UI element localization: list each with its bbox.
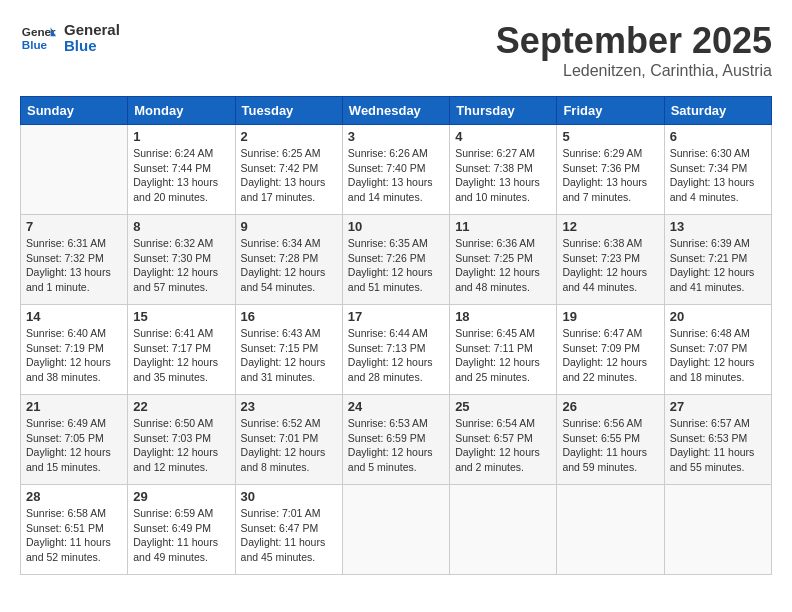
day-cell-7: 7Sunrise: 6:31 AM Sunset: 7:32 PM Daylig… — [21, 215, 128, 305]
day-number: 14 — [26, 309, 122, 324]
day-cell-10: 10Sunrise: 6:35 AM Sunset: 7:26 PM Dayli… — [342, 215, 449, 305]
day-number: 10 — [348, 219, 444, 234]
day-header-saturday: Saturday — [664, 97, 771, 125]
day-number: 19 — [562, 309, 658, 324]
day-info: Sunrise: 6:40 AM Sunset: 7:19 PM Dayligh… — [26, 326, 122, 385]
day-number: 3 — [348, 129, 444, 144]
day-info: Sunrise: 6:27 AM Sunset: 7:38 PM Dayligh… — [455, 146, 551, 205]
day-number: 9 — [241, 219, 337, 234]
logo-general: General — [64, 22, 120, 39]
day-info: Sunrise: 6:25 AM Sunset: 7:42 PM Dayligh… — [241, 146, 337, 205]
day-info: Sunrise: 6:35 AM Sunset: 7:26 PM Dayligh… — [348, 236, 444, 295]
day-cell-3: 3Sunrise: 6:26 AM Sunset: 7:40 PM Daylig… — [342, 125, 449, 215]
day-number: 21 — [26, 399, 122, 414]
header: General Blue General Blue September 2025… — [20, 20, 772, 80]
day-number: 26 — [562, 399, 658, 414]
day-cell-27: 27Sunrise: 6:57 AM Sunset: 6:53 PM Dayli… — [664, 395, 771, 485]
day-info: Sunrise: 6:41 AM Sunset: 7:17 PM Dayligh… — [133, 326, 229, 385]
day-cell-5: 5Sunrise: 6:29 AM Sunset: 7:36 PM Daylig… — [557, 125, 664, 215]
day-number: 28 — [26, 489, 122, 504]
day-info: Sunrise: 6:36 AM Sunset: 7:25 PM Dayligh… — [455, 236, 551, 295]
day-number: 23 — [241, 399, 337, 414]
day-number: 8 — [133, 219, 229, 234]
day-info: Sunrise: 6:34 AM Sunset: 7:28 PM Dayligh… — [241, 236, 337, 295]
day-info: Sunrise: 6:56 AM Sunset: 6:55 PM Dayligh… — [562, 416, 658, 475]
logo-icon: General Blue — [20, 20, 56, 56]
day-header-tuesday: Tuesday — [235, 97, 342, 125]
day-info: Sunrise: 6:24 AM Sunset: 7:44 PM Dayligh… — [133, 146, 229, 205]
day-header-friday: Friday — [557, 97, 664, 125]
day-info: Sunrise: 6:48 AM Sunset: 7:07 PM Dayligh… — [670, 326, 766, 385]
calendar-table: SundayMondayTuesdayWednesdayThursdayFrid… — [20, 96, 772, 575]
day-cell-4: 4Sunrise: 6:27 AM Sunset: 7:38 PM Daylig… — [450, 125, 557, 215]
day-cell-6: 6Sunrise: 6:30 AM Sunset: 7:34 PM Daylig… — [664, 125, 771, 215]
day-info: Sunrise: 6:29 AM Sunset: 7:36 PM Dayligh… — [562, 146, 658, 205]
day-info: Sunrise: 6:44 AM Sunset: 7:13 PM Dayligh… — [348, 326, 444, 385]
day-info: Sunrise: 6:38 AM Sunset: 7:23 PM Dayligh… — [562, 236, 658, 295]
day-cell-28: 28Sunrise: 6:58 AM Sunset: 6:51 PM Dayli… — [21, 485, 128, 575]
day-number: 7 — [26, 219, 122, 234]
week-row-3: 14Sunrise: 6:40 AM Sunset: 7:19 PM Dayli… — [21, 305, 772, 395]
day-cell-19: 19Sunrise: 6:47 AM Sunset: 7:09 PM Dayli… — [557, 305, 664, 395]
day-cell-23: 23Sunrise: 6:52 AM Sunset: 7:01 PM Dayli… — [235, 395, 342, 485]
day-info: Sunrise: 6:31 AM Sunset: 7:32 PM Dayligh… — [26, 236, 122, 295]
month-title: September 2025 — [496, 20, 772, 62]
day-number: 27 — [670, 399, 766, 414]
day-info: Sunrise: 6:47 AM Sunset: 7:09 PM Dayligh… — [562, 326, 658, 385]
day-cell-20: 20Sunrise: 6:48 AM Sunset: 7:07 PM Dayli… — [664, 305, 771, 395]
title-area: September 2025 Ledenitzen, Carinthia, Au… — [496, 20, 772, 80]
day-number: 13 — [670, 219, 766, 234]
day-info: Sunrise: 6:57 AM Sunset: 6:53 PM Dayligh… — [670, 416, 766, 475]
day-number: 11 — [455, 219, 551, 234]
day-cell-25: 25Sunrise: 6:54 AM Sunset: 6:57 PM Dayli… — [450, 395, 557, 485]
day-info: Sunrise: 6:52 AM Sunset: 7:01 PM Dayligh… — [241, 416, 337, 475]
day-number: 15 — [133, 309, 229, 324]
day-cell-14: 14Sunrise: 6:40 AM Sunset: 7:19 PM Dayli… — [21, 305, 128, 395]
day-cell-8: 8Sunrise: 6:32 AM Sunset: 7:30 PM Daylig… — [128, 215, 235, 305]
day-cell-17: 17Sunrise: 6:44 AM Sunset: 7:13 PM Dayli… — [342, 305, 449, 395]
day-info: Sunrise: 6:58 AM Sunset: 6:51 PM Dayligh… — [26, 506, 122, 565]
day-number: 24 — [348, 399, 444, 414]
day-number: 2 — [241, 129, 337, 144]
days-header-row: SundayMondayTuesdayWednesdayThursdayFrid… — [21, 97, 772, 125]
day-cell-12: 12Sunrise: 6:38 AM Sunset: 7:23 PM Dayli… — [557, 215, 664, 305]
day-cell-21: 21Sunrise: 6:49 AM Sunset: 7:05 PM Dayli… — [21, 395, 128, 485]
week-row-4: 21Sunrise: 6:49 AM Sunset: 7:05 PM Dayli… — [21, 395, 772, 485]
empty-cell — [664, 485, 771, 575]
day-cell-18: 18Sunrise: 6:45 AM Sunset: 7:11 PM Dayli… — [450, 305, 557, 395]
day-info: Sunrise: 6:39 AM Sunset: 7:21 PM Dayligh… — [670, 236, 766, 295]
day-number: 5 — [562, 129, 658, 144]
empty-cell — [557, 485, 664, 575]
location-title: Ledenitzen, Carinthia, Austria — [496, 62, 772, 80]
day-number: 22 — [133, 399, 229, 414]
day-number: 25 — [455, 399, 551, 414]
day-info: Sunrise: 7:01 AM Sunset: 6:47 PM Dayligh… — [241, 506, 337, 565]
svg-text:Blue: Blue — [22, 38, 48, 51]
day-info: Sunrise: 6:53 AM Sunset: 6:59 PM Dayligh… — [348, 416, 444, 475]
day-number: 6 — [670, 129, 766, 144]
day-number: 30 — [241, 489, 337, 504]
day-number: 29 — [133, 489, 229, 504]
day-header-wednesday: Wednesday — [342, 97, 449, 125]
logo: General Blue General Blue — [20, 20, 120, 56]
day-number: 18 — [455, 309, 551, 324]
day-cell-13: 13Sunrise: 6:39 AM Sunset: 7:21 PM Dayli… — [664, 215, 771, 305]
day-cell-29: 29Sunrise: 6:59 AM Sunset: 6:49 PM Dayli… — [128, 485, 235, 575]
logo-blue: Blue — [64, 38, 120, 55]
day-cell-9: 9Sunrise: 6:34 AM Sunset: 7:28 PM Daylig… — [235, 215, 342, 305]
empty-cell — [450, 485, 557, 575]
empty-cell — [21, 125, 128, 215]
week-row-5: 28Sunrise: 6:58 AM Sunset: 6:51 PM Dayli… — [21, 485, 772, 575]
day-cell-30: 30Sunrise: 7:01 AM Sunset: 6:47 PM Dayli… — [235, 485, 342, 575]
day-header-sunday: Sunday — [21, 97, 128, 125]
day-cell-1: 1Sunrise: 6:24 AM Sunset: 7:44 PM Daylig… — [128, 125, 235, 215]
day-info: Sunrise: 6:50 AM Sunset: 7:03 PM Dayligh… — [133, 416, 229, 475]
day-info: Sunrise: 6:45 AM Sunset: 7:11 PM Dayligh… — [455, 326, 551, 385]
day-cell-22: 22Sunrise: 6:50 AM Sunset: 7:03 PM Dayli… — [128, 395, 235, 485]
day-header-monday: Monday — [128, 97, 235, 125]
day-cell-11: 11Sunrise: 6:36 AM Sunset: 7:25 PM Dayli… — [450, 215, 557, 305]
day-cell-2: 2Sunrise: 6:25 AM Sunset: 7:42 PM Daylig… — [235, 125, 342, 215]
day-number: 20 — [670, 309, 766, 324]
day-info: Sunrise: 6:26 AM Sunset: 7:40 PM Dayligh… — [348, 146, 444, 205]
day-cell-24: 24Sunrise: 6:53 AM Sunset: 6:59 PM Dayli… — [342, 395, 449, 485]
